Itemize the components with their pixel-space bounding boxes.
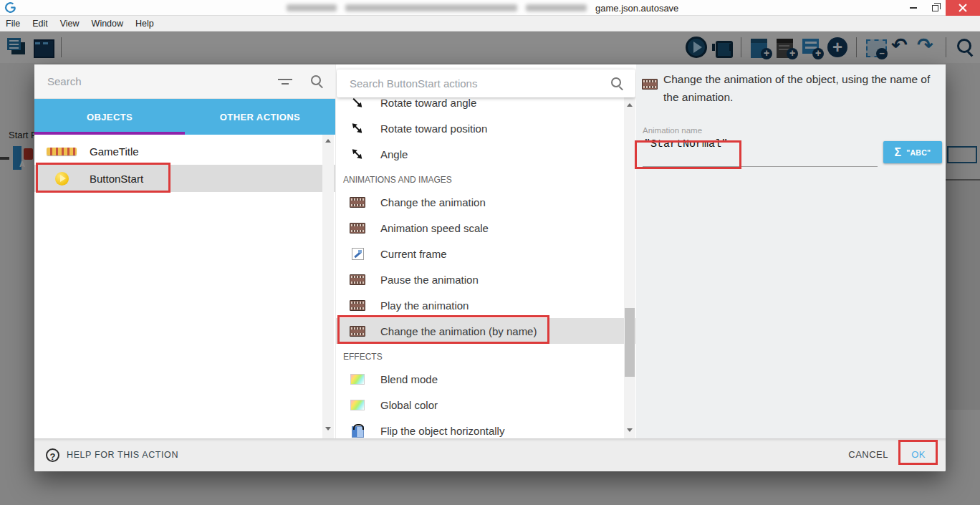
action-item-blend-mode[interactable]: Blend mode (336, 366, 636, 392)
titlebar: game.json.autosave (0, 0, 980, 16)
scrollbar-thumb[interactable] (625, 308, 635, 377)
help-button[interactable]: ? HELP FOR THIS ACTION (46, 438, 178, 471)
action-description: Change the animation of the object, usin… (663, 70, 944, 106)
gametitle-thumbnail-icon (47, 148, 77, 155)
action-item-change-the-animation[interactable]: Change the animation (336, 189, 636, 215)
action-item-animation-speed-scale[interactable]: Animation speed scale (336, 215, 636, 241)
actions-panel: Rotate toward angle Rotate toward positi… (335, 64, 636, 438)
action-item-rotate-toward-position[interactable]: Rotate toward position (336, 115, 636, 141)
sigma-icon: Σ (895, 146, 902, 159)
film-strip-icon (350, 300, 365, 311)
action-label: Rotate toward angle (380, 97, 476, 109)
tab-objects[interactable]: OBJECTS (34, 99, 185, 135)
action-label: Animation speed scale (380, 222, 489, 234)
film-strip-icon (350, 223, 365, 234)
color-gradient-icon (350, 374, 365, 385)
expression-editor-button[interactable]: Σ "ABC" (883, 141, 942, 163)
action-label: EFFECTS (343, 352, 383, 362)
menu-file: File (6, 19, 20, 29)
action-label: Rotate toward position (380, 122, 487, 135)
color-gradient-icon (350, 400, 365, 410)
menu-window: Window (92, 19, 123, 29)
minimize-button[interactable] (903, 0, 924, 16)
menu-edit: Edit (32, 19, 48, 29)
window-title-area: game.json.autosave (287, 2, 678, 14)
window-controls (903, 0, 980, 16)
actions-search-bar (337, 69, 635, 97)
film-strip-icon (350, 274, 365, 285)
action-label: Global color (380, 399, 438, 411)
action-section-effects: EFFECTS (336, 344, 636, 366)
film-strip-icon (642, 79, 658, 90)
actions-scrollbar[interactable] (624, 97, 635, 438)
objects-scrollbar[interactable] (322, 135, 334, 438)
help-label: HELP FOR THIS ACTION (67, 450, 178, 460)
action-description-row: Change the animation of the object, usin… (636, 70, 946, 106)
expression-button-label: "ABC" (906, 148, 931, 157)
annotation-box-animation-name-value (635, 140, 741, 169)
objects-search-bar (34, 64, 335, 99)
action-label: Angle (380, 148, 408, 160)
redacted-path-blur (287, 4, 337, 11)
actions-search-input[interactable] (348, 77, 610, 90)
objects-search-input[interactable] (46, 74, 277, 88)
objects-tabbar: OBJECTSOTHER ACTIONS (34, 99, 335, 135)
annotation-box-change-animation-by-name (337, 315, 549, 344)
minimize-icon (910, 7, 917, 9)
cancel-button[interactable]: CANCEL (848, 449, 888, 460)
action-item-play-the-animation[interactable]: Play the animation (336, 292, 636, 318)
annotation-box-ok (898, 440, 938, 465)
annotation-box-buttonstart (36, 163, 170, 193)
action-detail-panel: Change the animation of the object, usin… (636, 64, 946, 438)
action-item-global-color[interactable]: Global color (336, 392, 636, 418)
question-mark-icon: ? (46, 448, 59, 462)
gdevelop-window: game.json.autosave FileEditViewWindowHel… (0, 0, 980, 505)
close-button[interactable] (946, 0, 980, 16)
action-section-animations-and-images: ANIMATIONS AND IMAGES (336, 167, 636, 189)
scroll-down-icon[interactable] (325, 427, 331, 431)
current-frame-icon (352, 248, 364, 260)
action-item-flip-the-object-horizontally[interactable]: Flip the object horizontally (336, 418, 636, 438)
action-label: Blend mode (380, 373, 438, 385)
search-icon (310, 74, 324, 88)
object-item-gametitle[interactable]: GameTitle (34, 138, 335, 165)
redacted-path-blur (526, 4, 587, 11)
objects-panel: OBJECTSOTHER ACTIONS GameTitle ButtonSta… (34, 64, 335, 438)
restore-icon (932, 5, 938, 11)
window-title: game.json.autosave (595, 3, 678, 14)
action-item-pause-the-animation[interactable]: Pause the animation (336, 266, 636, 292)
redacted-path-blur (345, 4, 517, 11)
object-label: GameTitle (90, 145, 139, 158)
action-label: Current frame (380, 248, 447, 260)
gdevelop-logo-icon (4, 1, 16, 14)
scroll-down-icon[interactable] (627, 428, 633, 432)
action-label: ANIMATIONS AND IMAGES (343, 175, 452, 185)
tab-other-actions[interactable]: OTHER ACTIONS (185, 99, 335, 135)
dialog-footer: ? HELP FOR THIS ACTION CANCEL OK (34, 438, 946, 471)
menubar: FileEditViewWindowHelp (0, 16, 980, 32)
flip-horizontal-icon (352, 426, 364, 438)
film-strip-icon (350, 197, 365, 208)
menu-view: View (60, 19, 80, 29)
action-item-current-frame[interactable]: Current frame (336, 241, 636, 266)
animation-name-label: Animation name (643, 126, 702, 135)
scroll-up-icon[interactable] (325, 139, 331, 143)
filter-icon[interactable] (277, 77, 293, 87)
menu-help: Help (135, 19, 154, 29)
scroll-up-icon[interactable] (627, 103, 633, 107)
action-label: Pause the animation (380, 274, 479, 286)
search-icon (610, 77, 624, 90)
actions-list: Rotate toward angle Rotate toward positi… (336, 90, 636, 438)
instruction-editor-dialog: OBJECTSOTHER ACTIONS GameTitle ButtonSta… (34, 64, 946, 471)
action-label: Play the animation (380, 299, 469, 312)
action-label: Flip the object horizontally (380, 425, 504, 437)
restore-button[interactable] (924, 0, 946, 16)
action-item-angle[interactable]: Angle (336, 141, 636, 167)
action-label: Change the animation (380, 196, 486, 208)
